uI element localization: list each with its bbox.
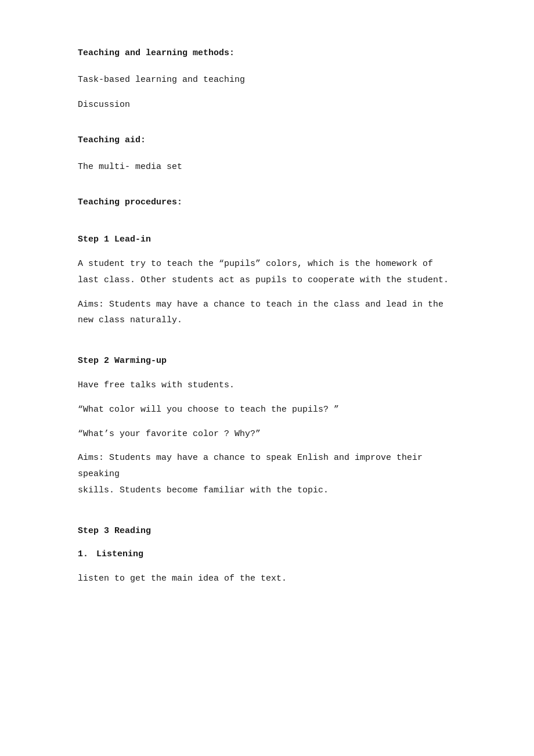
step2-para2: “What color will you choose to teach the… <box>78 402 456 418</box>
step3-heading: Step 3 Reading <box>78 524 456 538</box>
aid-heading: Teaching aid: <box>78 134 456 147</box>
spacer-1 <box>78 122 456 134</box>
step2-heading: Step 2 Warming-up <box>78 354 456 368</box>
aid-item-1: The multi- media set <box>78 159 456 175</box>
step1-para2: Aims: Students may have a chance to teac… <box>78 297 456 329</box>
listening-item: 1. Listening <box>78 548 456 561</box>
step3-section: Step 3 Reading 1. Listening listen to ge… <box>78 524 456 587</box>
step2-section: Step 2 Warming-up Have free talks with s… <box>78 354 456 499</box>
spacer-4 <box>78 337 456 348</box>
procedures-section: Teaching procedures: <box>78 196 456 210</box>
step1-heading: Step 1 Lead-in <box>78 233 456 247</box>
methods-item-1: Task-based learning and teaching <box>78 72 456 88</box>
listening-title: Listening <box>96 548 143 561</box>
step1-para1: A student try to teach the “pupils” colo… <box>78 256 456 289</box>
step2-para4: Aims: Students may have a chance to spea… <box>78 450 456 498</box>
listening-number: 1. <box>78 548 92 561</box>
page-content: Teaching and learning methods: Task-base… <box>0 0 534 641</box>
step1-section: Step 1 Lead-in A student try to teach th… <box>78 233 456 329</box>
spacer-3 <box>78 221 456 227</box>
step2-para1: Have free talks with students. <box>78 377 456 394</box>
methods-item-2: Discussion <box>78 97 456 113</box>
listening-para1: listen to get the main idea of the text. <box>78 571 456 587</box>
spacer-2 <box>78 184 456 196</box>
listening-content: Listening <box>96 548 143 561</box>
procedures-heading: Teaching procedures: <box>78 196 456 210</box>
spacer-5 <box>78 507 456 519</box>
step2-para3: “What’s your favorite color ? Why?” <box>78 426 456 442</box>
methods-heading: Teaching and learning methods: <box>78 46 456 60</box>
aid-section: Teaching aid: The multi- media set <box>78 134 456 175</box>
methods-section: Teaching and learning methods: Task-base… <box>78 46 456 113</box>
